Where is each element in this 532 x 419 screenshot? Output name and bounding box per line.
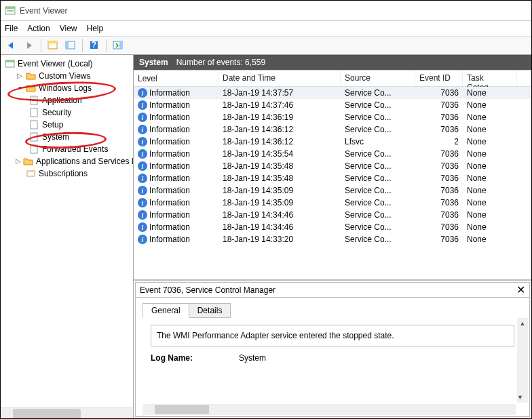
table-row[interactable]: iInformation18-Jan-19 14:36:12Service Co…	[134, 123, 531, 136]
svg-rect-18	[31, 121, 37, 129]
tree-setup[interactable]: Setup	[3, 119, 132, 131]
info-icon: i	[138, 161, 147, 171]
window-title: Event Viewer	[20, 6, 67, 16]
table-row[interactable]: iInformation18-Jan-19 14:35:54Service Co…	[134, 148, 531, 160]
table-row[interactable]: iInformation18-Jan-19 14:36:19Service Co…	[134, 111, 531, 123]
back-button[interactable]	[3, 38, 20, 53]
svg-rect-7	[66, 41, 69, 49]
context-bar: System Number of events: 6,559	[134, 55, 531, 70]
nav-horizontal-scrollbar[interactable]	[1, 407, 133, 418]
tree-subscriptions[interactable]: Subscriptions	[3, 167, 132, 180]
expand-icon[interactable]: ▷	[16, 70, 24, 82]
help-button[interactable]: ?	[86, 38, 102, 53]
toolbar-separator	[41, 39, 41, 52]
navigation-tree: Event Viewer (Local) ▷ Custom Views ▾ Wi…	[1, 55, 134, 418]
info-icon: i	[138, 125, 147, 134]
tree-root-icon	[5, 58, 16, 69]
detail-pane: Event 7036, Service Control Manager ✕ Ge…	[134, 279, 531, 418]
log-icon	[29, 108, 40, 117]
detail-logname-key: Log Name:	[151, 353, 212, 363]
menu-help[interactable]: Help	[87, 24, 104, 33]
tree-windows-logs[interactable]: ▾ Windows Logs	[3, 82, 132, 94]
grid-header: Level Date and Time Source Event ID Task…	[134, 71, 531, 87]
tree-label: Forwarded Events	[42, 143, 108, 155]
table-row[interactable]: iInformation18-Jan-19 14:33:20Service Co…	[134, 233, 531, 245]
folder-icon	[23, 157, 34, 166]
table-row[interactable]: iInformation18-Jan-19 14:35:09Service Co…	[134, 197, 531, 209]
subscriptions-icon	[26, 169, 37, 178]
detail-message-box: The WMI Performance Adapter service ente…	[151, 325, 514, 346]
info-icon: i	[138, 174, 147, 183]
table-row[interactable]: iInformation18-Jan-19 14:37:57Service Co…	[134, 87, 531, 99]
svg-rect-14	[31, 96, 37, 104]
toolbar-separator	[82, 39, 83, 52]
tree-label: Setup	[42, 119, 63, 131]
info-icon: i	[138, 100, 147, 110]
grid-body[interactable]: iInformation18-Jan-19 14:37:57Service Co…	[134, 87, 531, 279]
col-level[interactable]: Level	[134, 71, 218, 86]
menu-action[interactable]: Action	[27, 24, 50, 33]
event-grid: Level Date and Time Source Event ID Task…	[134, 70, 531, 279]
collapse-icon[interactable]: ▾	[16, 82, 24, 94]
menu-view[interactable]: View	[60, 24, 77, 33]
col-eventid[interactable]: Event ID	[415, 71, 463, 86]
tree-application[interactable]: Application	[3, 94, 132, 106]
info-icon: i	[138, 113, 147, 122]
col-source[interactable]: Source	[341, 71, 415, 86]
app-icon	[5, 5, 16, 16]
detail-body: General Details The WMI Performance Adap…	[136, 298, 529, 416]
expand-icon[interactable]: ▷	[16, 155, 21, 167]
svg-rect-3	[7, 12, 14, 12]
menu-file[interactable]: File	[5, 24, 18, 33]
properties-button[interactable]	[62, 38, 79, 53]
tab-general[interactable]: General	[142, 303, 189, 318]
tree-apps-services[interactable]: ▷ Applications and Services Lo	[3, 155, 132, 167]
table-row[interactable]: iInformation18-Jan-19 14:35:09Service Co…	[134, 184, 531, 197]
detail-tabs: General Details	[142, 303, 522, 318]
detail-header: Event 7036, Service Control Manager ✕	[136, 283, 529, 298]
svg-rect-16	[32, 99, 36, 100]
log-icon	[29, 96, 40, 105]
svg-rect-13	[5, 60, 14, 62]
info-icon: i	[138, 210, 147, 220]
log-icon	[29, 132, 40, 142]
tree-root[interactable]: Event Viewer (Local)	[3, 58, 132, 70]
context-count: Number of events: 6,559	[176, 58, 265, 67]
folder-icon	[26, 71, 37, 81]
table-row[interactable]: iInformation18-Jan-19 14:35:48Service Co…	[134, 160, 531, 172]
svg-rect-19	[31, 133, 37, 141]
detail-horizontal-scrollbar[interactable]	[142, 404, 516, 415]
info-icon: i	[138, 198, 147, 207]
svg-text:?: ?	[92, 41, 96, 49]
forward-button[interactable]	[21, 38, 37, 53]
show-hide-tree-button[interactable]	[45, 38, 61, 53]
tab-details[interactable]: Details	[189, 303, 231, 318]
table-row[interactable]: iInformation18-Jan-19 14:34:46Service Co…	[134, 221, 531, 233]
detail-title: Event 7036, Service Control Manager	[140, 285, 276, 295]
table-row[interactable]: iInformation18-Jan-19 14:36:12Lfsvc2None	[134, 136, 531, 148]
info-icon: i	[138, 137, 147, 146]
detail-vertical-scrollbar[interactable]: ▲▼	[517, 318, 528, 403]
col-date[interactable]: Date and Time	[218, 71, 341, 86]
detail-logname-value: System	[239, 353, 266, 363]
col-task[interactable]: Task Categ...	[463, 71, 517, 86]
svg-rect-17	[31, 108, 37, 117]
tree-forwarded[interactable]: Forwarded Events	[3, 143, 132, 155]
info-icon: i	[138, 149, 147, 159]
table-row[interactable]: iInformation18-Jan-19 14:35:48Service Co…	[134, 172, 531, 184]
tree-security[interactable]: Security	[3, 106, 132, 119]
tree-label: Custom Views	[39, 70, 90, 82]
tree-system[interactable]: System	[3, 131, 132, 143]
info-icon: i	[138, 186, 147, 195]
table-row[interactable]: iInformation18-Jan-19 14:34:46Service Co…	[134, 209, 531, 221]
tree-custom-views[interactable]: ▷ Custom Views	[3, 70, 132, 82]
tree-label: Security	[42, 106, 71, 119]
table-row[interactable]: iInformation18-Jan-19 14:37:46Service Co…	[134, 99, 531, 111]
detail-message: The WMI Performance Adapter service ente…	[157, 331, 394, 340]
tree-root-label: Event Viewer (Local)	[18, 58, 93, 70]
svg-rect-1	[5, 7, 15, 9]
close-icon[interactable]: ✕	[516, 283, 525, 296]
svg-rect-11	[119, 41, 122, 49]
log-icon	[29, 144, 40, 154]
action-pane-button[interactable]	[110, 38, 126, 53]
